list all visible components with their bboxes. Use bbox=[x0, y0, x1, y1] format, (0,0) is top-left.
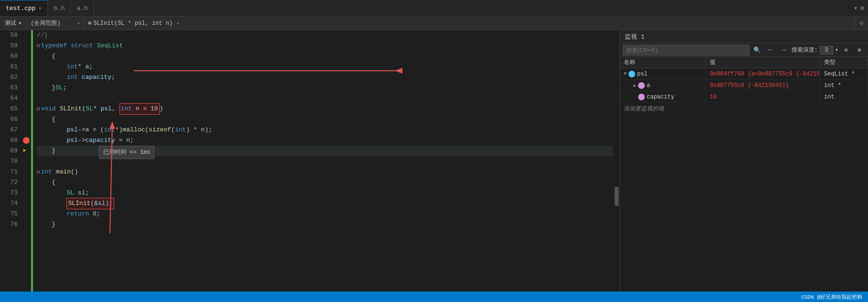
psl-value: 0x004ff760 {a=0x007755c8 {-842150451} ca… bbox=[710, 71, 820, 77]
watch-title: 监视 1 bbox=[625, 32, 645, 41]
code-line-60: { bbox=[37, 51, 613, 62]
code-line-59: ⊟typedef struct SeqList bbox=[37, 41, 613, 51]
watch-row-capacity[interactable]: ▶ capacity 10 int bbox=[620, 91, 868, 103]
watch-col-type: 类型 bbox=[820, 58, 868, 66]
settings-icon[interactable]: ⚙ bbox=[860, 4, 864, 12]
watch-cell-a-name: ▶ a bbox=[620, 80, 706, 91]
scrollbar[interactable] bbox=[613, 30, 619, 291]
watch-cell-capacity-type: int bbox=[820, 91, 868, 102]
toolbar-scope-arrow: ▾ bbox=[77, 21, 80, 26]
toolbar-scope-label: (全局范围) bbox=[31, 19, 60, 27]
psl-icon bbox=[629, 71, 635, 77]
toolbar-func-label: SLInit(SL * psl, int n) bbox=[93, 20, 173, 27]
tab-label: b.h bbox=[54, 5, 65, 12]
watch-search-input[interactable] bbox=[623, 45, 749, 55]
toolbar-settings[interactable]: ⚙ bbox=[855, 20, 868, 27]
psl-label: psl bbox=[637, 71, 648, 77]
tab-a-h[interactable]: a.h bbox=[71, 0, 94, 16]
watch-back-btn[interactable]: ← bbox=[765, 45, 776, 55]
status-text: CSDN @好兄弟给我起把柄 bbox=[801, 293, 862, 301]
code-line-73: SL sl; bbox=[37, 188, 613, 198]
code-line-64 bbox=[37, 93, 613, 104]
watch-config-btn[interactable]: ⚙ bbox=[840, 45, 852, 55]
code-line-61: int* a; bbox=[37, 62, 613, 72]
fold-icon-65[interactable]: ⊟ bbox=[37, 104, 40, 114]
code-line-74: SLInit(&sl); bbox=[37, 198, 613, 209]
code-line-72: { bbox=[37, 177, 613, 188]
toolbar-test[interactable]: 测试 ▾ bbox=[0, 17, 27, 30]
tooltip-69: 已用时间 <= 1ms bbox=[99, 146, 154, 159]
breakpoint-68 bbox=[23, 137, 30, 144]
current-line-indicator: ➤ bbox=[22, 147, 26, 155]
a-type: int * bbox=[824, 82, 841, 89]
tab-label: a.h bbox=[76, 5, 87, 12]
fold-icon-71[interactable]: ⊟ bbox=[37, 167, 40, 177]
code-line-71: ⊟int main() bbox=[37, 167, 613, 177]
capacity-value: 10 bbox=[710, 94, 716, 100]
watch-cell-a-value: 0x007755c8 {-842150451} bbox=[706, 80, 820, 91]
tab-label: test.cpp bbox=[6, 5, 35, 12]
toolbar-func-arrow: ▾ bbox=[176, 21, 179, 26]
watch-cell-capacity-name: ▶ capacity bbox=[620, 91, 706, 102]
tab-close[interactable]: × bbox=[38, 6, 42, 11]
watch-header: 监视 1 bbox=[620, 30, 868, 43]
watch-table: ▼ psl 0x004ff760 {a=0x007755c8 {-8421504… bbox=[620, 68, 868, 291]
code-line-76: } bbox=[37, 219, 613, 230]
status-bar: CSDN @好兄弟给我起把柄 bbox=[0, 291, 868, 302]
code-line-58: //} bbox=[37, 30, 613, 41]
expand-psl[interactable]: ▼ bbox=[624, 71, 627, 76]
dropdown-arrow-icon[interactable]: ▾ bbox=[854, 4, 857, 12]
tab-actions: ▾ ⚙ bbox=[850, 4, 868, 12]
toolbar-func-icon: ⊕ bbox=[88, 20, 91, 27]
code-line-62: int capacity; bbox=[37, 72, 613, 83]
watch-cell-a-type: int * bbox=[820, 80, 868, 91]
a-icon bbox=[638, 82, 645, 89]
code-area: 58 59 60 61 62 63 64 65 66 67 68 69 70 7… bbox=[0, 30, 619, 291]
editor: 58 59 60 61 62 63 64 65 66 67 68 69 70 7… bbox=[0, 30, 619, 291]
watch-add-label: 添加要监视的项 bbox=[624, 105, 664, 113]
capacity-icon bbox=[638, 94, 645, 100]
tab-b-h[interactable]: b.h bbox=[48, 0, 71, 16]
tab-test-cpp[interactable]: test.cpp × bbox=[0, 0, 48, 16]
watch-grid-btn[interactable]: ⊞ bbox=[854, 45, 865, 55]
expand-a[interactable]: ▶ bbox=[633, 83, 636, 88]
tab-bar: test.cpp × b.h a.h ▾ ⚙ bbox=[0, 0, 868, 17]
watch-search-btn[interactable]: 🔍 bbox=[751, 45, 763, 55]
code-lines[interactable]: //} ⊟typedef struct SeqList { int* a; bbox=[33, 30, 613, 291]
code-line-65: ⊟void SLInit(SL* psl, int n = 10) bbox=[37, 104, 613, 114]
settings-gear-icon: ⚙ bbox=[860, 20, 863, 27]
watch-depth: 搜索深度: 3 ▾ bbox=[792, 46, 838, 54]
scrollbar-thumb[interactable] bbox=[615, 187, 618, 206]
code-line-69: } 已用时间 <= 1ms bbox=[37, 146, 613, 156]
watch-row-psl[interactable]: ▼ psl 0x004ff760 {a=0x007755c8 {-8421504… bbox=[620, 68, 868, 80]
watch-cell-capacity-value: 10 bbox=[706, 91, 820, 102]
capacity-type: int bbox=[824, 94, 835, 100]
toolbar-func[interactable]: ⊕ SLInit(SL * psl, int n) ▾ bbox=[84, 17, 855, 30]
watch-add-row[interactable]: 添加要监视的项 bbox=[620, 103, 868, 114]
toolbar-test-label: 测试 bbox=[5, 19, 16, 27]
watch-depth-label: 搜索深度: bbox=[792, 46, 818, 54]
gutter: ➤ bbox=[22, 30, 31, 291]
code-line-67: psl->a = (int*)malloc(sizeof(int) * n); bbox=[37, 125, 613, 135]
main-area: 58 59 60 61 62 63 64 65 66 67 68 69 70 7… bbox=[0, 30, 868, 291]
watch-col-value: 值 bbox=[706, 58, 820, 66]
a-value: 0x007755c8 {-842150451} bbox=[710, 82, 789, 89]
watch-col-headers: 名称 值 类型 bbox=[620, 57, 868, 68]
watch-row-a[interactable]: ▶ a 0x007755c8 {-842150451} int * bbox=[620, 80, 868, 91]
watch-toolbar: 🔍 ← → 搜索深度: 3 ▾ ⚙ ⊞ bbox=[620, 43, 868, 57]
psl-type: SeqList * bbox=[824, 71, 855, 77]
code-line-75: return 0; bbox=[37, 209, 613, 219]
watch-fwd-btn[interactable]: → bbox=[778, 45, 790, 55]
toolbar: 测试 ▾ (全局范围) ▾ ⊕ SLInit(SL * psl, int n) … bbox=[0, 17, 868, 30]
line-numbers: 58 59 60 61 62 63 64 65 66 67 68 69 70 7… bbox=[0, 30, 22, 291]
watch-col-name: 名称 bbox=[620, 58, 706, 66]
capacity-label: capacity bbox=[647, 94, 674, 100]
watch-cell-psl-value: 0x004ff760 {a=0x007755c8 {-842150451} ca… bbox=[706, 68, 820, 79]
watch-panel: 监视 1 🔍 ← → 搜索深度: 3 ▾ ⚙ ⊞ 名称 值 类型 bbox=[619, 30, 868, 291]
a-label: a bbox=[647, 82, 650, 89]
watch-depth-arrow[interactable]: ▾ bbox=[835, 46, 838, 54]
code-line-68: psl->capacity = n; bbox=[37, 135, 613, 146]
fold-icon-59[interactable]: ⊟ bbox=[37, 41, 40, 51]
toolbar-scope[interactable]: (全局范围) ▾ bbox=[27, 17, 84, 30]
watch-cell-psl-name: ▼ psl bbox=[620, 68, 706, 79]
